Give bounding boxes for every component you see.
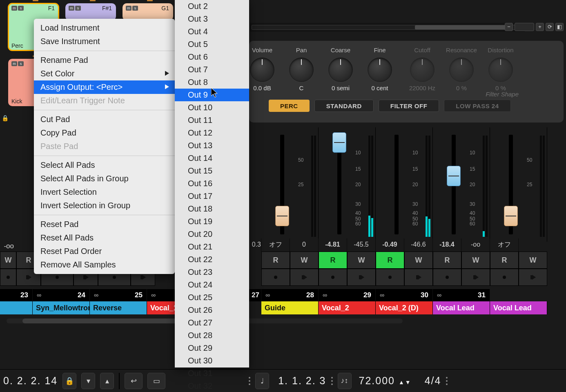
marker-prev-button[interactable]: ▾ [81, 373, 95, 389]
output-option[interactable]: Out 23 [175, 266, 249, 278]
menu-reset-pad-order[interactable]: Reset Pad Order [34, 245, 175, 258]
zoom-slider[interactable] [515, 23, 534, 31]
zoom-out-button[interactable]: − [505, 23, 513, 31]
output-option[interactable]: Out 5 [175, 38, 249, 51]
w-button[interactable]: W [461, 252, 490, 269]
record-dot[interactable] [433, 269, 461, 286]
output-option[interactable]: Out 17 [175, 190, 249, 203]
output-option[interactable]: Out 28 [175, 329, 249, 342]
mute-chip[interactable]: m [11, 61, 17, 66]
r-button[interactable]: R [490, 252, 519, 269]
output-option[interactable]: Out 11 [175, 114, 249, 127]
knob-cutoff[interactable]: Cutoff 22000 Hz [403, 47, 442, 91]
r-button[interactable]: R [433, 252, 461, 269]
note-value-button[interactable]: ♩ [255, 373, 269, 389]
solo-chip[interactable]: s [18, 61, 24, 66]
menu-cut-pad[interactable]: Cut Pad [34, 113, 175, 126]
pad-fsharp1[interactable]: m s F#1 [65, 3, 116, 20]
tempo-display[interactable]: 72.000 ▲▼ [359, 375, 412, 387]
output-option[interactable]: Out 6 [175, 51, 249, 63]
w-button[interactable]: W [290, 252, 319, 269]
loop-button[interactable]: ↩ [125, 373, 143, 389]
pad-mute-solo[interactable]: m s [69, 6, 81, 11]
w-button[interactable]: W [404, 252, 433, 269]
r-button[interactable]: R [376, 252, 404, 269]
menu-save-instrument[interactable]: Save Instrument [34, 35, 175, 48]
mode-standard-pill[interactable]: STANDARD [314, 100, 374, 112]
output-option[interactable]: Out 32 [175, 380, 249, 392]
zoom-fit-button[interactable]: ◧ [555, 23, 564, 31]
tempo-track-button[interactable]: ♪↕ [338, 373, 352, 389]
output-option[interactable]: Out 4 [175, 25, 249, 38]
output-option[interactable]: Out 13 [175, 139, 249, 152]
track-name[interactable]: Vocal_2 [319, 301, 376, 314]
menu-remove-all-samples[interactable]: Remove All Samples [34, 258, 175, 272]
menu-invert-selection[interactable]: Invert Selection [34, 185, 175, 199]
output-option[interactable]: Out 26 [175, 304, 249, 316]
w-button[interactable]: W [0, 252, 16, 269]
fader-cap[interactable] [275, 206, 289, 226]
filter-shape-pill[interactable]: LOW PASS 24 [444, 100, 510, 112]
output-option[interactable]: Out 8 [175, 76, 249, 89]
knob-coarse[interactable]: Coarse 0 semi [321, 47, 360, 91]
menu-select-all-pads[interactable]: Select All Pads [34, 158, 175, 172]
menu-reset-pad[interactable]: Reset Pad [34, 218, 175, 231]
output-option[interactable]: Out 18 [175, 203, 249, 215]
track-name[interactable]: (R) [0, 301, 33, 314]
output-option[interactable]: Out 15 [175, 165, 249, 177]
knob-pan[interactable]: Pan C [282, 47, 321, 91]
zoom-in-button[interactable]: + [536, 23, 544, 31]
menu-load-instrument[interactable]: Load Instrument [34, 21, 175, 35]
output-option[interactable]: Out 29 [175, 342, 249, 354]
fader-cap[interactable] [332, 132, 346, 153]
output-option[interactable]: Out 3 [175, 13, 249, 25]
record-dot[interactable] [376, 269, 404, 286]
track-name[interactable]: Syn_Mellowtron [33, 301, 90, 314]
mute-chip[interactable]: m [126, 6, 131, 11]
record-dot[interactable] [490, 269, 519, 286]
horizontal-overview-scrollbar[interactable] [250, 23, 525, 32]
pad-g1[interactable]: m s G1 [123, 3, 173, 20]
output-option[interactable]: Out 14 [175, 152, 249, 165]
monitor-button[interactable] [519, 269, 547, 286]
pad-mute-solo[interactable]: m s [11, 6, 24, 11]
menu-set-color[interactable]: Set Color [34, 67, 175, 80]
zoom-mode-button[interactable]: ⟳ [546, 23, 554, 31]
knob-distortion[interactable]: Distortion 0 % [481, 47, 520, 91]
output-option[interactable]: Out 21 [175, 241, 249, 253]
track-name[interactable]: Guide [261, 301, 319, 314]
track-name[interactable]: Vocal_2 (D) [376, 301, 433, 314]
monitor-button[interactable] [404, 269, 433, 286]
menu-select-all-pads-group[interactable]: Select All Pads in Group [34, 172, 175, 185]
output-option[interactable]: Out 25 [175, 291, 249, 304]
fader-cap[interactable] [504, 206, 518, 226]
menu-copy-pad[interactable]: Copy Pad [34, 126, 175, 140]
output-option[interactable]: Out 16 [175, 177, 249, 190]
r-button[interactable]: R [319, 252, 347, 269]
punch-button[interactable]: ▭ [147, 373, 165, 389]
knob-fine[interactable]: Fine 0 cent [360, 47, 399, 91]
menu-dots-icon[interactable] [446, 377, 448, 385]
marker-next-button[interactable]: ▴ [100, 373, 114, 389]
primary-position-display[interactable]: 0. 2. 2. 14 [3, 375, 58, 387]
output-option[interactable]: Out 7 [175, 63, 249, 76]
output-option[interactable]: Out 24 [175, 278, 249, 291]
track-name[interactable]: Vocal Lead [433, 301, 490, 314]
monitor-button[interactable] [290, 269, 319, 286]
solo-chip[interactable]: s [75, 6, 81, 11]
output-option[interactable]: Out 2 [175, 0, 249, 13]
menu-dots-icon[interactable] [331, 377, 333, 385]
output-option[interactable]: Out 12 [175, 127, 249, 139]
record-dot[interactable] [261, 269, 290, 286]
w-button[interactable]: W [519, 252, 547, 269]
output-option[interactable]: Out 20 [175, 228, 249, 241]
track-name[interactable]: Reverse [90, 301, 147, 314]
pad-mute-solo[interactable]: m s [11, 61, 24, 66]
output-option[interactable]: Out 22 [175, 253, 249, 266]
time-signature-display[interactable]: 4/4 [425, 375, 441, 387]
menu-invert-selection-group[interactable]: Invert Selection in Group [34, 199, 175, 212]
lock-button[interactable]: 🔒 [62, 373, 76, 389]
output-option[interactable]: Out 10 [175, 101, 249, 114]
menu-rename-pad[interactable]: Rename Pad [34, 53, 175, 67]
output-option[interactable]: Out 19 [175, 215, 249, 228]
